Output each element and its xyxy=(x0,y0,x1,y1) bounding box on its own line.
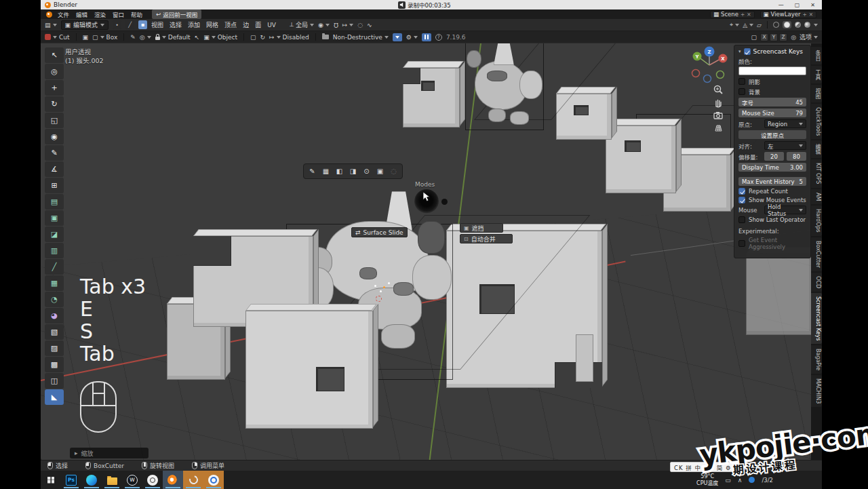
offset-y-field[interactable]: 80 xyxy=(787,152,806,161)
screencast-keys-enable-checkbox[interactable] xyxy=(744,48,751,55)
background-checkbox[interactable] xyxy=(738,88,745,95)
proportional-editing-button[interactable]: ◌ xyxy=(357,22,363,28)
tool-shear[interactable]: ▨ xyxy=(45,340,64,356)
screen-recorder-icon[interactable] xyxy=(142,471,163,489)
viewlayer-selector[interactable]: ▣ ViewLayer + ✕ xyxy=(760,11,817,18)
display-icon[interactable]: ▢ xyxy=(250,34,256,41)
background-checkbox-row[interactable]: 背景 xyxy=(738,87,806,96)
pan-hand-icon[interactable] xyxy=(713,97,724,108)
menu-view[interactable]: 视图 xyxy=(151,20,163,29)
tab-screencast-keys[interactable]: Screencast Keys xyxy=(811,293,822,344)
scene-selector[interactable]: ▦ Scene + ✕ xyxy=(710,11,755,18)
tool-poly-build[interactable]: ▦ xyxy=(45,275,64,291)
3d-viewport[interactable]: 用户透视 (1) 猴头.002 ✎▦◧◨⊙▣◌ Modes ⇄ Surface … xyxy=(41,43,822,460)
tool-add-cube[interactable]: ⊞ xyxy=(45,178,64,193)
unlink-viewlayer-icon[interactable]: ✕ xyxy=(809,12,813,18)
tab-boxcutter[interactable]: BoxCutter xyxy=(811,237,822,271)
photoshop-icon[interactable]: Ps xyxy=(61,471,81,489)
face-select-mode-button[interactable]: ▪ xyxy=(138,20,147,29)
tool-move[interactable]: + xyxy=(45,80,64,96)
new-scene-icon[interactable]: + xyxy=(741,12,745,18)
tool-extrude-region[interactable]: ▤ xyxy=(45,194,64,210)
menu-select[interactable]: 选择 xyxy=(170,20,182,29)
tool-measure[interactable]: ∡ xyxy=(45,161,64,177)
tool-scale[interactable]: ◱ xyxy=(45,113,64,128)
show-overlays-button[interactable]: ◬ xyxy=(743,22,753,28)
tab-view[interactable]: 视图 xyxy=(811,85,822,102)
back-to-previous-view-button[interactable]: ↩ 返回前一视图 xyxy=(152,9,201,19)
gizmo-x-neg[interactable] xyxy=(692,70,700,77)
tool-rip-region[interactable]: ▩ xyxy=(45,357,64,372)
xray-toggle-button[interactable]: ▱ xyxy=(757,22,762,28)
default-behavior-dropdown[interactable]: Default xyxy=(155,34,191,41)
tool-bevel[interactable]: ◪ xyxy=(45,227,64,242)
snap-toggle-button[interactable]: Ω xyxy=(334,22,338,28)
rotate-icon[interactable]: ↻ xyxy=(260,34,265,41)
menu-vertex[interactable]: 顶点 xyxy=(224,20,237,29)
color-swatch[interactable] xyxy=(738,66,806,75)
frame-select-icon[interactable]: ▣ xyxy=(374,165,386,177)
origin-mode-button[interactable]: ◎ xyxy=(140,34,151,41)
show-last-operator-row[interactable]: Show Last Operator xyxy=(738,216,806,223)
menu-mesh[interactable]: 网格 xyxy=(206,20,218,29)
close-button[interactable]: ✕ xyxy=(810,2,815,8)
mouse-display-dropdown[interactable]: Hold Status xyxy=(764,206,806,214)
gizmo-y-neg[interactable] xyxy=(717,71,724,79)
tray-keyboard-icon[interactable]: ▭ xyxy=(725,477,731,484)
tool-transform[interactable]: ◉ xyxy=(45,129,64,144)
object-dropdown[interactable]: ▣Object xyxy=(203,34,237,41)
navigation-gizmo[interactable]: Z Y X xyxy=(685,45,735,85)
menu-render[interactable]: 渲染 xyxy=(94,10,106,18)
solid-shading-button[interactable] xyxy=(784,22,790,28)
display-time-slider[interactable]: Display Time3.00 xyxy=(738,163,806,172)
pause-button[interactable] xyxy=(422,33,431,41)
tab-item[interactable]: 条目 xyxy=(811,47,822,64)
vertex-select-mode-button[interactable]: ∙ xyxy=(113,20,121,29)
show-mouse-events-checkbox[interactable] xyxy=(738,197,745,203)
windows-start-button[interactable] xyxy=(41,471,61,489)
align-dropdown[interactable]: 左 xyxy=(764,141,806,150)
repeat-count-row[interactable]: Repeat Count xyxy=(738,188,806,195)
minimize-button[interactable]: — xyxy=(778,2,784,8)
tool-rotate[interactable]: ↻ xyxy=(45,96,64,112)
mesh-cube[interactable] xyxy=(403,68,460,128)
material-shading-button[interactable] xyxy=(795,22,801,28)
menu-add[interactable]: 添加 xyxy=(188,20,200,29)
ghost-icon[interactable]: ◌ xyxy=(388,165,399,177)
tray-expand-icon[interactable]: ∧ xyxy=(738,477,743,484)
options-dropdown[interactable]: 选项 xyxy=(800,33,818,41)
cursor-arrow-icon[interactable]: ↖ xyxy=(195,34,200,41)
tab-kit-ops[interactable]: KIT OPS xyxy=(811,159,822,187)
shape-frame-icon[interactable]: ▣ xyxy=(83,34,89,41)
get-event-aggressively-row[interactable]: Get Event Aggressively xyxy=(738,237,806,250)
axis-x-button[interactable]: X xyxy=(760,33,768,41)
origin-dropdown[interactable]: Region xyxy=(764,119,806,128)
tab-ocd[interactable]: OCD xyxy=(811,273,822,292)
tool-spin[interactable]: ◔ xyxy=(45,292,64,307)
repeat-count-checkbox[interactable] xyxy=(738,188,745,195)
menu-edit[interactable]: 编辑 xyxy=(76,10,87,18)
show-gizmo-button[interactable]: ⌖ xyxy=(730,21,739,28)
box-shape-dropdown[interactable]: ▢Box xyxy=(92,34,117,41)
editor-type-button[interactable]: ▤ xyxy=(45,22,57,28)
offset-x-field[interactable]: 20 xyxy=(764,152,784,161)
mesh-cube[interactable] xyxy=(746,254,814,335)
transform-orientation-button[interactable]: ⟂全局 xyxy=(290,20,314,29)
gizmo-z-neg[interactable] xyxy=(704,75,711,83)
menu-uv[interactable]: UV xyxy=(267,22,276,28)
mesh-grid-icon[interactable]: ▦ xyxy=(320,165,332,177)
menu-edge[interactable]: 边 xyxy=(243,20,249,29)
taskbar-clock[interactable]: /3/2 xyxy=(762,477,773,484)
tool-knife[interactable]: ╱ xyxy=(45,259,64,275)
operator-panel-collapsed[interactable]: ▸ 缩放 xyxy=(70,448,149,458)
lattice-icon[interactable]: ◧ xyxy=(334,165,345,177)
tool-box-select[interactable]: ◣ xyxy=(45,389,64,405)
set-origin-button[interactable]: 设置原点 xyxy=(738,130,806,139)
new-viewlayer-icon[interactable]: + xyxy=(802,12,806,18)
mirror-icon[interactable]: ▢ xyxy=(751,34,757,41)
show-mouse-events-row[interactable]: Show Mouse Events xyxy=(738,197,806,203)
rendered-shading-button[interactable] xyxy=(804,22,810,28)
workflow-folder-icon[interactable] xyxy=(322,35,329,39)
tab-edit[interactable]: 编辑 xyxy=(811,140,822,158)
tab-quicktools[interactable]: QuickTools xyxy=(811,104,822,139)
